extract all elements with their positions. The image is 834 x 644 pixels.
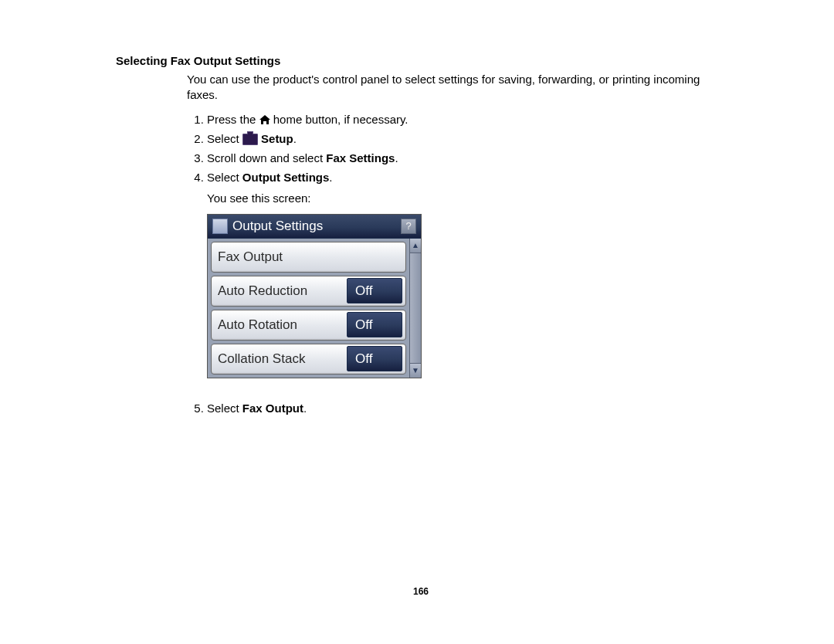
home-icon: [259, 112, 270, 121]
page-number: 166: [116, 586, 726, 597]
lcd-row-value: Off: [347, 278, 402, 304]
lcd-row-label: Auto Reduction: [215, 282, 307, 300]
step-5-pre: Select: [207, 402, 242, 415]
step-4-bold: Output Settings: [242, 171, 330, 184]
lcd-list: Fax Output Auto Reduction Off Auto Rotat…: [208, 239, 409, 378]
step-2-pre: Select: [207, 132, 242, 145]
step-1-post: home button, if necessary.: [273, 113, 409, 126]
step-4-post: .: [329, 171, 332, 184]
lcd-row-value: Off: [347, 346, 402, 372]
toolbox-icon: [242, 134, 258, 145]
output-settings-title-icon: [212, 219, 228, 234]
lcd-screenshot: Output Settings ? Fax Output Auto Reduct…: [207, 214, 422, 378]
step-3-bold: Fax Settings: [326, 151, 395, 164]
step-4: Select Output Settings. You see this scr…: [207, 169, 726, 378]
step-2-post: .: [293, 132, 297, 145]
step-5-bold: Fax Output: [242, 402, 303, 415]
scroll-down-icon[interactable]: ▼: [410, 363, 421, 378]
step-3-post: .: [395, 151, 398, 164]
lcd-title-text: Output Settings: [232, 217, 323, 236]
section-heading: Selecting Fax Output Settings: [116, 54, 726, 67]
intro-paragraph: You can use the product's control panel …: [187, 72, 726, 103]
step-5: Select Fax Output.: [207, 400, 726, 416]
help-icon[interactable]: ?: [401, 219, 416, 234]
lcd-row-auto-rotation[interactable]: Auto Rotation Off: [211, 310, 406, 341]
lcd-body: Fax Output Auto Reduction Off Auto Rotat…: [208, 239, 421, 378]
step-3-pre: Scroll down and select: [207, 151, 326, 164]
lcd-scrollbar[interactable]: ▲ ▼: [409, 239, 421, 378]
step-2-bold: Setup: [261, 132, 293, 145]
step-2: Select Setup.: [207, 130, 726, 147]
lcd-row-value: Off: [347, 312, 402, 338]
lcd-row-collation-stack[interactable]: Collation Stack Off: [211, 344, 406, 375]
lcd-row-label: Auto Rotation: [215, 316, 297, 334]
scroll-up-icon[interactable]: ▲: [410, 239, 421, 253]
lcd-row-auto-reduction[interactable]: Auto Reduction Off: [211, 276, 406, 307]
step-4-pre: Select: [207, 171, 242, 184]
steps-list: Press the home button, if necessary. Sel…: [187, 111, 726, 416]
scroll-track[interactable]: [410, 253, 421, 363]
step-5-post: .: [303, 402, 307, 415]
step-3: Scroll down and select Fax Settings.: [207, 150, 726, 166]
step-4-sub: You see this screen:: [207, 190, 726, 206]
lcd-row-label: Fax Output: [215, 248, 283, 266]
lcd-row-fax-output[interactable]: Fax Output: [211, 242, 406, 273]
lcd-titlebar: Output Settings ?: [208, 215, 421, 239]
lcd-row-label: Collation Stack: [215, 350, 305, 368]
step-1: Press the home button, if necessary.: [207, 111, 726, 127]
step-1-pre: Press the: [207, 113, 259, 126]
